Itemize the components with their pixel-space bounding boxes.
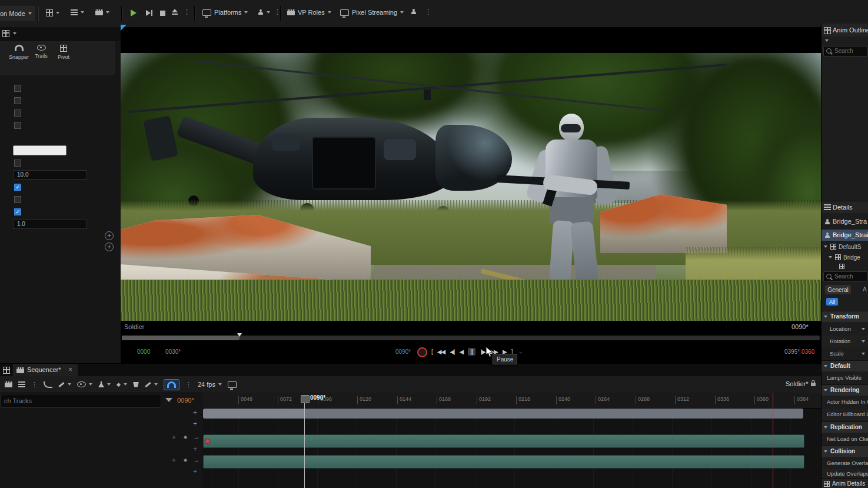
blueprint-button[interactable] [71,9,84,15]
category-rendering[interactable]: Rendering [822,384,868,396]
tool-snapper[interactable]: Snapper [7,45,31,60]
set-in-button[interactable]: [ [431,348,433,355]
toolbar-overflow-dots[interactable]: ⋮ [425,8,431,16]
category-replication[interactable]: Replication [822,421,868,433]
actor-row-selected[interactable]: Bridge_Strai [822,230,868,241]
record-button[interactable] [417,347,427,357]
playhead-handle[interactable] [301,395,310,403]
tree-expand-icon[interactable] [829,256,832,258]
color-swatch-field[interactable] [13,145,66,155]
panel-collapse-icon[interactable] [13,32,16,35]
add-section-button[interactable]: + [193,409,197,417]
actor-row-root[interactable]: Bridge_Stra [822,216,868,227]
pause-button[interactable]: || [468,348,475,356]
update-overlaps-row[interactable]: Update Overlaps [822,469,868,479]
add-item-button[interactable]: + [105,243,114,251]
track-search-field[interactable]: ch Tracks [0,394,161,408]
dropdown-caret-icon[interactable] [862,353,865,355]
track-bar-b[interactable] [203,455,804,469]
anim-outliner-header[interactable]: Anim Outliner [822,24,868,36]
tool-pivot[interactable]: Pivot [53,45,74,60]
add-section-button[interactable]: + [193,467,197,476]
mode-dropdown[interactable]: on Mode [0,6,35,21]
actor-hidden-row[interactable]: Actor Hidden In G [822,397,868,407]
tab-general[interactable]: General [825,285,851,294]
scrub-playhead-marker[interactable] [237,333,242,337]
details-search-field[interactable]: Search [823,271,868,282]
snap-options-dots[interactable]: ⋮ [185,381,192,389]
keyframe-dot[interactable] [205,439,210,444]
tree-expand-icon[interactable] [824,245,827,248]
add-key-button[interactable]: + [172,456,176,464]
tracklist-icon[interactable] [18,381,25,387]
panel-grid-icon[interactable] [2,30,9,37]
category-transform[interactable]: Transform [822,311,868,322]
pixel-streaming-dropdown[interactable]: Pixel Streaming [340,9,404,16]
stop-button[interactable] [160,11,165,16]
keyframe-options-dropdown[interactable]: ◆ [117,381,127,387]
add-key-button[interactable]: + [172,433,176,441]
add-actor-button[interactable] [46,9,59,16]
numeric-field-a[interactable]: 10.0 [13,170,87,180]
generate-overlap-row[interactable]: Generate Overlap [822,458,868,468]
view-options-dropdown[interactable] [77,381,92,387]
net-load-row[interactable]: Net Load on Clien [822,434,868,444]
track-bar-a[interactable] [203,434,804,448]
loop-button[interactable]: → [517,348,523,355]
goto-key-icon[interactable]: → [193,456,199,463]
add-section-button[interactable]: + [193,420,197,428]
vp-roles-dropdown[interactable]: VP Roles [287,9,331,16]
save-slate-icon[interactable] [5,381,12,387]
prev-keyframe-button[interactable]: ◀◀ [437,348,445,355]
expand-view-icon[interactable] [228,381,237,388]
tab-advanced-partial[interactable]: A [863,286,867,293]
dropdown-caret-icon[interactable] [862,340,865,343]
section-range-bar[interactable] [203,409,803,419]
option-checkbox[interactable] [14,109,21,117]
auto-key-icon[interactable] [133,382,139,387]
option-checkbox[interactable] [14,196,21,203]
viewport[interactable]: Soldier 0090* 0000 0030* 0090* [ ◀◀ ◀| ◀… [121,27,821,363]
option-checkbox-checked[interactable]: ✓ [14,208,21,215]
option-checkbox[interactable] [14,160,21,167]
details-header[interactable]: Details [822,201,868,213]
frame-forward-button[interactable]: |▶ [480,348,485,355]
transport-frame-current[interactable]: 0090* [395,348,411,355]
filter-all-pill[interactable]: All [826,298,838,306]
option-checkbox[interactable] [14,97,21,104]
tab-sequencer[interactable]: Sequencer* × [13,364,78,376]
play-options-dots[interactable]: ⋮ [184,8,190,16]
playhead-line[interactable] [304,395,305,488]
play-button[interactable] [131,9,137,16]
key-diamond-icon[interactable]: ◆ [184,434,187,440]
component-tree-row[interactable]: DefaultS [822,242,868,252]
filter-funnel-icon[interactable] [165,398,172,402]
close-icon[interactable]: × [68,366,72,374]
anim-details-bar[interactable]: Anim Details [822,479,868,488]
option-checkbox[interactable] [14,85,21,92]
add-section-button[interactable]: + [193,445,197,453]
component-tree-row[interactable]: Bridge [822,253,868,263]
fps-dropdown[interactable]: 24 fps [198,381,222,388]
multi-user-dropdown[interactable] [258,9,270,15]
numeric-field-b[interactable]: 1.0 [13,220,87,229]
platforms-dropdown[interactable]: Platforms [202,9,248,16]
media-capture-button[interactable] [411,9,417,14]
sequencer-frame-field[interactable]: 0090* [177,397,194,404]
play-reverse-button[interactable]: ◀ [459,348,463,355]
options-dots[interactable]: ⋮ [31,381,38,389]
timeline-ruler[interactable]: 0048 0072 0096 0120 0144 0168 0192 0216 … [203,393,821,409]
viewport-scrub-bar[interactable] [122,336,820,340]
frame-back-button[interactable]: ◀| [450,348,454,355]
key-diamond-icon[interactable]: ◆ [184,457,187,463]
category-collision[interactable]: Collision [822,446,868,457]
snap-toggle-button[interactable] [164,379,179,390]
cinematics-button[interactable] [95,9,109,15]
goto-key-icon[interactable]: → [193,433,199,440]
edit-options-dropdown[interactable] [145,383,158,386]
skip-button[interactable] [146,10,151,16]
outliner-search-field[interactable]: Search [823,46,868,57]
test-options-dropdown[interactable] [98,381,111,387]
eject-button[interactable] [172,9,178,12]
add-item-button[interactable]: + [105,231,114,240]
